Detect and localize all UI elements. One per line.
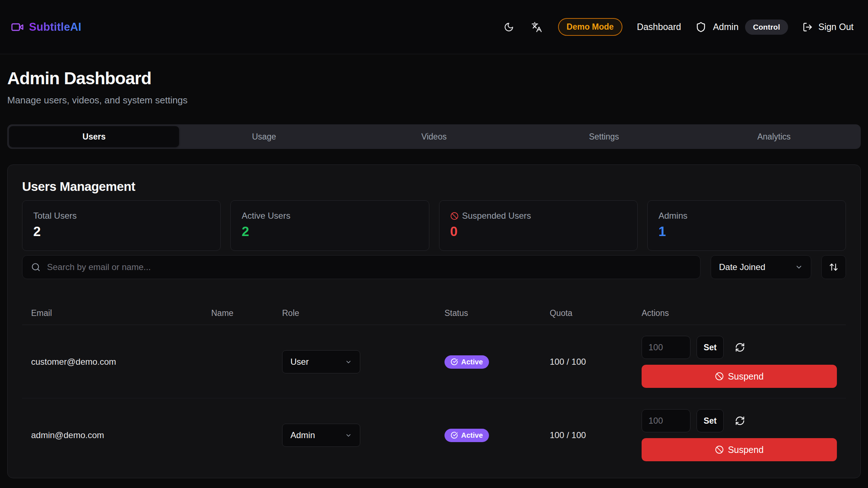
status-label: Active (461, 358, 483, 366)
column-header-status: Status (444, 308, 550, 318)
suspend-button[interactable]: Suspend (642, 365, 837, 388)
stat-label: Suspended Users (462, 211, 531, 221)
ban-icon (715, 445, 724, 454)
admin-label: Admin (713, 22, 739, 32)
role-select[interactable]: User (282, 350, 360, 373)
shield-icon (695, 22, 706, 33)
sort-field-select[interactable]: Date Joined (711, 255, 811, 279)
refresh-quota-button[interactable] (735, 416, 745, 426)
chevron-down-icon (345, 359, 352, 365)
stat-value: 2 (33, 224, 209, 239)
brand-name: SubtitleAI (29, 21, 81, 34)
ban-icon (450, 212, 459, 220)
stat-label: Admins (659, 211, 688, 221)
set-quota-button[interactable]: Set (697, 409, 724, 432)
suspend-label: Suspend (728, 445, 764, 455)
demo-mode-badge: Demo Mode (558, 18, 622, 36)
stat-card-active-users: Active Users 2 (230, 200, 429, 251)
top-nav: Demo Mode Dashboard Admin Control Sign O… (502, 18, 854, 36)
tab-users[interactable]: Users (9, 126, 179, 147)
status-badge: Active (444, 429, 489, 442)
column-header-role: Role (282, 308, 444, 318)
stat-value: 2 (242, 224, 418, 239)
top-bar: SubtitleAI Demo Mode Dashboard Admin Con… (0, 0, 868, 54)
search-icon (31, 262, 41, 272)
stat-value: 1 (659, 224, 835, 239)
log-out-icon (803, 22, 813, 32)
stat-value: 0 (450, 224, 626, 239)
circle-check-icon (451, 358, 458, 365)
column-header-name: Name (211, 308, 282, 318)
panel-heading: Users Management (22, 179, 846, 194)
user-email: customer@demo.com (22, 357, 211, 367)
refresh-quota-button[interactable] (735, 342, 745, 352)
stat-label: Active Users (242, 211, 290, 221)
column-header-actions: Actions (642, 308, 846, 318)
users-management-panel: Users Management Total Users 2 Active Us… (7, 164, 861, 478)
search-input[interactable] (47, 262, 692, 272)
row-actions: Set Suspend (642, 336, 837, 388)
user-email: admin@demo.com (22, 430, 211, 440)
sort-direction-button[interactable] (821, 255, 846, 279)
stat-card-suspended-users: Suspended Users 0 (439, 200, 638, 251)
role-select[interactable]: Admin (282, 424, 360, 447)
sign-out-label: Sign Out (818, 22, 854, 32)
column-header-quota: Quota (550, 308, 642, 318)
video-camera-icon (11, 21, 24, 34)
stat-label: Total Users (33, 211, 77, 221)
ban-icon (715, 372, 724, 381)
search-row: Date Joined (22, 255, 846, 279)
tab-settings[interactable]: Settings (519, 126, 689, 147)
arrow-up-down-icon (829, 262, 838, 272)
languages-icon (531, 22, 542, 33)
page-title: Admin Dashboard (7, 68, 861, 89)
suspend-button[interactable]: Suspend (642, 438, 837, 461)
refresh-icon (735, 416, 745, 426)
quota-input[interactable] (642, 336, 690, 359)
status-label: Active (461, 431, 483, 440)
role-value: Admin (290, 430, 315, 440)
dashboard-link[interactable]: Dashboard (637, 22, 681, 32)
language-toggle-button[interactable] (530, 20, 544, 34)
status-badge: Active (444, 355, 489, 369)
row-actions: Set Suspend (642, 409, 837, 461)
role-value: User (290, 357, 309, 367)
suspend-label: Suspend (728, 371, 764, 382)
search-box (22, 255, 701, 279)
chevron-down-icon (345, 432, 352, 439)
page-subtitle: Manage users, videos, and system setting… (7, 94, 861, 107)
stats-row: Total Users 2 Active Users 2 Suspended U… (22, 200, 846, 251)
table-row: admin@demo.com Admin Acti (22, 398, 846, 471)
moon-icon (504, 22, 514, 32)
sign-out-button[interactable]: Sign Out (803, 22, 854, 32)
quota-input[interactable] (642, 409, 690, 432)
column-header-email: Email (22, 308, 211, 318)
table-header-row: Email Name Role Status Quota Actions (22, 299, 846, 325)
users-table: Email Name Role Status Quota Actions cus… (22, 299, 846, 471)
theme-toggle-button[interactable] (502, 21, 515, 34)
stat-card-total-users: Total Users 2 (22, 200, 221, 251)
refresh-icon (735, 342, 745, 352)
main-content: Admin Dashboard Manage users, videos, an… (0, 68, 868, 478)
tab-videos[interactable]: Videos (349, 126, 519, 147)
stat-card-admins: Admins 1 (647, 200, 846, 251)
circle-check-icon (451, 432, 458, 439)
quota-value: 100 / 100 (550, 357, 642, 367)
quota-value: 100 / 100 (550, 430, 642, 440)
tab-usage[interactable]: Usage (179, 126, 349, 147)
control-badge: Control (745, 20, 788, 35)
tab-analytics[interactable]: Analytics (689, 126, 859, 147)
table-row: customer@demo.com User Ac (22, 325, 846, 398)
sort-field-value: Date Joined (719, 262, 765, 272)
set-quota-button[interactable]: Set (697, 336, 724, 359)
tab-bar: Users Usage Videos Settings Analytics (7, 124, 861, 149)
chevron-down-icon (795, 263, 803, 271)
admin-indicator: Admin Control (695, 20, 788, 35)
brand-logo[interactable]: SubtitleAI (11, 21, 81, 34)
